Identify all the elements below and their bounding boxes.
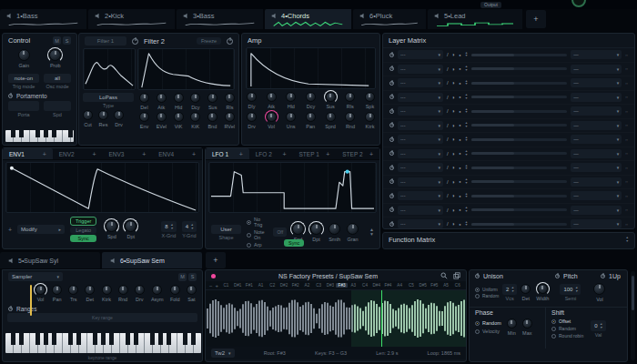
mod-amount-slider[interactable] — [471, 138, 567, 141]
knob[interactable]: Res — [98, 110, 108, 127]
lfo-trig-radio[interactable]: No Trig — [247, 217, 268, 228]
mod-amount-slider[interactable] — [471, 82, 567, 85]
row-power-icon[interactable] — [389, 137, 394, 142]
note-label[interactable]: A2 — [301, 283, 313, 288]
note-label[interactable]: F#2 — [289, 283, 301, 288]
mod-source-select[interactable]: ---▾ — [398, 149, 443, 158]
note-label[interactable]: A5 — [440, 283, 452, 288]
osc-tab[interactable]: 6•SupSaw Sem — [102, 252, 202, 268]
knob[interactable]: EVel — [157, 112, 167, 129]
knob[interactable]: Max — [522, 318, 532, 336]
sort-arrows-icon[interactable]: ▲▼ — [465, 165, 468, 171]
portamento-power-icon[interactable] — [8, 94, 13, 98]
mod-dest-select[interactable]: —▾ — [571, 50, 622, 59]
note-label[interactable]: C4 — [359, 283, 371, 288]
mod-source-select[interactable]: ---▾ — [398, 93, 443, 102]
note-label[interactable]: A4 — [394, 283, 406, 288]
linear-map-icon[interactable]: / — [447, 193, 449, 198]
knob[interactable]: Hld — [286, 92, 296, 109]
layer-tab[interactable]: 2•Kick — [88, 9, 177, 29]
trig-mode-select[interactable]: note-on — [8, 74, 39, 83]
move-icon[interactable]: + — [192, 151, 196, 157]
curve-icon[interactable]: ◗ — [452, 123, 456, 128]
lfo-shape-select[interactable]: User — [211, 225, 241, 234]
polarity-icon[interactable]: ● — [459, 166, 460, 170]
linear-map-icon[interactable]: / — [447, 95, 449, 100]
row-options-icon[interactable]: ◦◦ — [625, 151, 628, 156]
mod-dest-select[interactable]: —▾ — [571, 163, 622, 172]
solo-button[interactable]: S — [188, 273, 197, 281]
solo-button[interactable]: S — [63, 36, 71, 45]
row-power-icon[interactable] — [389, 151, 394, 156]
row-options-icon[interactable]: ◦◦ — [625, 53, 628, 57]
mod-dest-select[interactable]: —▾ — [571, 206, 622, 215]
knob[interactable]: Spd — [106, 220, 117, 239]
osc-tab[interactable]: 5•SupSaw Syl — [0, 252, 100, 268]
arp-off-value[interactable]: Off — [273, 228, 287, 237]
row-options-icon[interactable]: ◦◦ — [625, 123, 628, 127]
filter2-curve-display[interactable] — [137, 48, 235, 90]
filter2-tab[interactable]: Filter 2 — [144, 37, 165, 46]
knob[interactable]: Vol — [593, 283, 605, 302]
knob[interactable]: Det — [85, 285, 95, 302]
lfo-shape-display[interactable] — [208, 162, 377, 213]
layer-tab[interactable]: 5•Lead — [428, 9, 524, 29]
filter-type-select[interactable]: LoPass — [83, 93, 134, 102]
porta-speed-box[interactable] — [44, 101, 71, 111]
note-label[interactable]: F#3 — [336, 283, 348, 288]
polarity-icon[interactable]: ● — [459, 109, 460, 114]
row-power-icon[interactable] — [389, 222, 394, 227]
layer-tab[interactable]: 6•Pluck — [353, 9, 428, 29]
sampler-keyboard[interactable] — [5, 333, 201, 353]
knob[interactable]: Rnd — [118, 285, 128, 302]
knob[interactable]: Pan — [306, 112, 316, 129]
knob[interactable]: Dpt — [310, 223, 322, 242]
legato-button[interactable]: Legato — [70, 227, 96, 234]
mod-source-select[interactable]: ---▾ — [398, 191, 443, 200]
mod-amount-slider[interactable] — [471, 223, 567, 226]
env-tab[interactable]: ENV4 + — [152, 148, 202, 159]
mod-dest-select[interactable]: —▾ — [571, 121, 622, 130]
linear-map-icon[interactable]: / — [447, 151, 449, 157]
filter2-power-icon[interactable] — [132, 38, 138, 45]
curve-icon[interactable]: ◗ — [452, 95, 456, 100]
row-power-icon[interactable] — [389, 179, 394, 184]
knob[interactable]: Gain — [18, 49, 30, 68]
move-icon[interactable]: + — [326, 151, 329, 157]
row-power-icon[interactable] — [389, 194, 394, 198]
polarity-icon[interactable]: ● — [459, 151, 460, 156]
row-power-icon[interactable] — [389, 207, 394, 212]
mod-dest-select[interactable]: —▾ — [571, 191, 622, 200]
mod-amount-slider[interactable] — [471, 67, 567, 70]
mod-dest-select[interactable]: —▾ — [571, 65, 622, 74]
polarity-icon[interactable]: ● — [459, 179, 460, 184]
knob[interactable]: Width — [536, 284, 549, 301]
waveform-display[interactable] — [206, 290, 466, 347]
env-curve-display[interactable] — [5, 162, 199, 213]
scrollbar-thumb[interactable] — [632, 276, 634, 310]
sort-arrows-icon[interactable]: ▲▼ — [465, 108, 468, 115]
row-options-icon[interactable]: ◦◦ — [625, 95, 628, 99]
row-options-icon[interactable]: ◦◦ — [625, 179, 628, 184]
knob[interactable]: Pan — [52, 285, 62, 302]
knob[interactable]: Trs — [68, 285, 78, 302]
stepper-arrows-icon[interactable]: ▴▾ — [171, 223, 173, 230]
knob[interactable]: Cut — [83, 110, 93, 127]
unison-power-icon[interactable] — [475, 274, 480, 278]
linear-map-icon[interactable]: / — [447, 108, 449, 114]
knob[interactable]: Drv — [135, 285, 145, 302]
layer-tab[interactable]: 3•Bass — [177, 9, 265, 29]
mod-dest-select[interactable]: —▾ — [571, 149, 622, 158]
polarity-icon[interactable]: ● — [459, 123, 460, 127]
search-icon[interactable] — [440, 272, 448, 279]
row-power-icon[interactable] — [389, 123, 394, 127]
mod-amount-slider[interactable] — [471, 195, 567, 197]
knob[interactable]: Det — [521, 284, 531, 301]
sort-arrows-icon[interactable]: ▲▼ — [465, 136, 468, 143]
add-layer-button[interactable]: + — [526, 10, 546, 28]
shift-mode-radio[interactable]: Offset — [551, 318, 583, 324]
knob[interactable]: Min — [507, 318, 517, 336]
mod-dest-select[interactable]: —▾ — [571, 78, 622, 87]
knob[interactable]: Vol — [35, 285, 46, 302]
modify-select[interactable]: Modify▸ — [17, 225, 65, 234]
